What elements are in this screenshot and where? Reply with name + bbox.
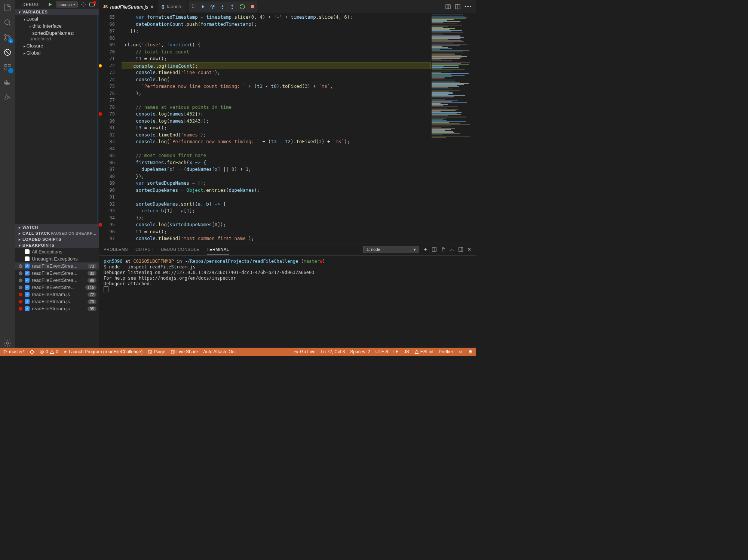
breakpoint-item[interactable]: ✓readFileEventStre...115 xyxy=(15,284,99,291)
files-icon[interactable] xyxy=(3,3,12,12)
terminal-output[interactable]: pxn5096 at C02SQ5LBGTFMMBP in ~/Repos/pe… xyxy=(99,256,476,348)
bp-all-exceptions[interactable]: All Exceptions xyxy=(15,248,99,255)
status-autoattach[interactable]: Auto Attach: On xyxy=(203,349,234,354)
split-editor-icon[interactable] xyxy=(455,4,461,10)
breakpoint-item[interactable]: ✓readFileStream.js72 xyxy=(15,291,99,298)
svg-rect-11 xyxy=(6,80,7,81)
svg-rect-18 xyxy=(251,5,254,8)
step-into-icon[interactable] xyxy=(220,4,225,10)
svg-rect-20 xyxy=(448,4,450,9)
close-panel-icon[interactable]: ✕ xyxy=(467,247,471,252)
editor-tab[interactable]: JSreadFileStream.js× xyxy=(99,0,158,13)
debug-icon[interactable] xyxy=(3,48,12,57)
debug-toolbar: ⠿ xyxy=(189,1,257,12)
tab-output[interactable]: OUTPUT xyxy=(135,244,153,255)
start-debug-icon[interactable] xyxy=(47,2,53,7)
status-bar: master* 0 0 Launch Program (readFileChal… xyxy=(0,348,476,356)
maximize-panel-icon[interactable] xyxy=(458,247,463,252)
liveshare-icon[interactable] xyxy=(3,93,12,102)
status-paige[interactable]: Paige xyxy=(148,349,165,354)
status-branch[interactable]: master* xyxy=(3,349,24,354)
svg-rect-8 xyxy=(4,81,6,83)
bp-uncaught-exceptions[interactable]: Uncaught Exceptions xyxy=(15,255,99,262)
svg-point-2 xyxy=(4,39,6,40)
continue-icon[interactable] xyxy=(200,4,205,9)
status-launch[interactable]: Launch Program (readFileChallenge) xyxy=(64,349,142,354)
svg-point-1 xyxy=(4,34,6,36)
chevron-up-icon[interactable]: ︿ xyxy=(450,246,454,253)
loaded-scripts-header[interactable]: ▸LOADED SCRIPTS xyxy=(15,236,99,242)
svg-point-15 xyxy=(212,7,213,8)
new-terminal-icon[interactable]: ＋ xyxy=(423,246,428,253)
status-eol[interactable]: LF xyxy=(393,349,399,354)
tab-terminal[interactable]: TERMINAL xyxy=(207,244,229,255)
bp-config-icon[interactable] xyxy=(89,2,95,7)
status-golive[interactable]: Go Live xyxy=(294,349,315,354)
sidebar-title: DEBUG xyxy=(19,2,43,7)
extensions-icon[interactable] xyxy=(3,63,12,72)
drag-handle-icon[interactable]: ⠿ xyxy=(191,4,195,9)
status-sync[interactable] xyxy=(30,350,34,354)
svg-point-0 xyxy=(5,20,10,25)
svg-point-25 xyxy=(4,353,4,353)
step-over-icon[interactable] xyxy=(209,4,215,9)
status-prettier[interactable]: Prettier xyxy=(439,349,453,354)
status-spaces[interactable]: Spaces: 2 xyxy=(350,349,370,354)
minimap[interactable] xyxy=(431,13,476,243)
var-this[interactable]: ▸ this: Interface xyxy=(16,22,98,30)
scm-badge: 1 xyxy=(8,38,13,43)
stop-icon[interactable] xyxy=(250,4,255,9)
status-lang[interactable]: JS xyxy=(404,349,409,354)
settings-gear-icon[interactable] xyxy=(3,339,12,348)
breakpoint-item[interactable]: ✓readFileEventStrea...99 xyxy=(15,277,99,284)
status-encoding[interactable]: UTF-8 xyxy=(375,349,388,354)
status-feedback-icon[interactable]: ☺ xyxy=(459,349,463,354)
ext-badge xyxy=(8,68,13,73)
editor-tab[interactable]: {}launch.j xyxy=(158,0,188,13)
more-icon[interactable]: ••• xyxy=(465,4,472,9)
svg-point-30 xyxy=(296,351,297,353)
variables-header[interactable]: ▾VARIABLES xyxy=(15,9,99,15)
close-tab-icon[interactable]: × xyxy=(150,4,153,10)
launch-config-select[interactable]: Launch▾ xyxy=(56,1,78,7)
status-eslint[interactable]: ESLint xyxy=(414,349,433,354)
gear-icon[interactable] xyxy=(81,2,86,7)
tab-problems[interactable]: PROBLEMS xyxy=(104,244,128,255)
debug-sidebar: DEBUG Launch▾ ▾VARIABLES ▾ Local ▸ this:… xyxy=(15,0,99,348)
source-control-icon[interactable]: 1 xyxy=(3,33,12,42)
svg-point-16 xyxy=(222,8,223,9)
breakpoint-item[interactable]: ✓readFileEventStrea...82 xyxy=(15,270,99,277)
tab-debug-console[interactable]: DEBUG CONSOLE xyxy=(161,244,199,255)
search-icon[interactable] xyxy=(3,18,12,27)
callstack-header[interactable]: ▸CALL STACKPAUSED ON BREAKP… xyxy=(15,230,99,236)
compare-icon[interactable] xyxy=(445,4,451,10)
svg-rect-7 xyxy=(5,68,7,70)
variables-panel: ▾ Local ▸ this: Interface sortedDupeName… xyxy=(16,15,98,224)
trash-icon[interactable] xyxy=(441,247,446,252)
status-position[interactable]: Ln 72, Col 3 xyxy=(321,349,345,354)
watch-header[interactable]: ▸WATCH xyxy=(15,224,99,230)
status-liveshare[interactable]: Live Share xyxy=(171,349,198,354)
scope-local[interactable]: ▾ Local xyxy=(16,15,98,22)
terminal-select[interactable]: 1: node▾ xyxy=(363,246,419,253)
svg-point-17 xyxy=(232,8,233,9)
svg-rect-5 xyxy=(5,65,7,67)
breakpoint-item[interactable]: ✓readFileEventStrea...73 xyxy=(15,262,99,270)
status-bell-icon[interactable] xyxy=(468,350,473,354)
step-out-icon[interactable] xyxy=(230,4,235,10)
scope-closure[interactable]: ▸ Closure xyxy=(16,42,98,49)
breakpoint-item[interactable]: ✓readFileStream.js79 xyxy=(15,298,99,305)
docker-icon[interactable] xyxy=(3,78,12,87)
svg-rect-6 xyxy=(8,65,10,67)
split-terminal-icon[interactable] xyxy=(432,247,437,252)
svg-point-13 xyxy=(83,4,84,5)
svg-rect-10 xyxy=(7,81,8,83)
svg-rect-23 xyxy=(459,247,463,252)
var-sorted[interactable]: sortedDupeNames: undefined xyxy=(16,30,98,42)
code-editor[interactable]: 6566676869707172737475767778798081828384… xyxy=(99,13,476,243)
breakpoints-header[interactable]: ▾BREAKPOINTS xyxy=(15,242,99,248)
status-errors[interactable]: 0 0 xyxy=(40,349,58,354)
scope-global[interactable]: ▸ Global xyxy=(16,49,98,56)
restart-icon[interactable] xyxy=(239,4,245,10)
breakpoint-item[interactable]: ✓readFileStream.js95 xyxy=(15,305,99,312)
